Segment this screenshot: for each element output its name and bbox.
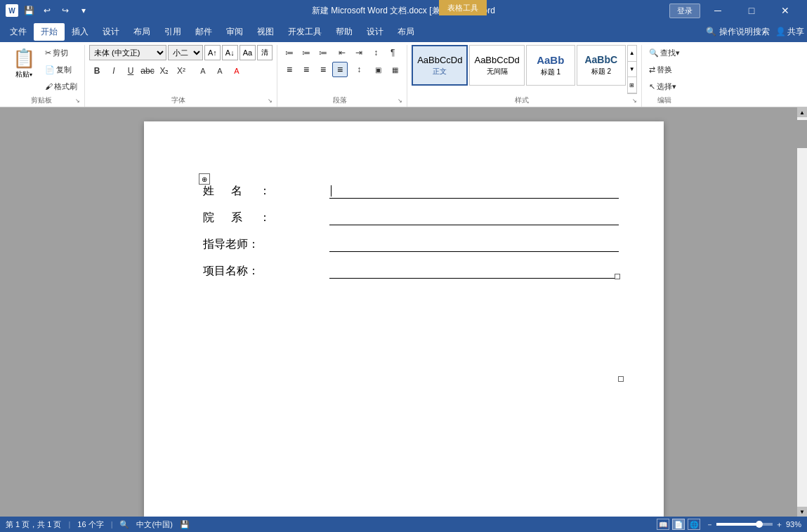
- name-field-line[interactable]: [329, 183, 619, 199]
- styles-scroll-down[interactable]: ▼: [628, 62, 636, 78]
- align-center-button[interactable]: ≡: [298, 62, 314, 77]
- find-button[interactable]: 🔍 查找 ▾: [646, 45, 683, 60]
- scroll-down-button[interactable]: ▼: [797, 507, 807, 517]
- font-increase-button[interactable]: A↑: [204, 45, 221, 60]
- styles-scroll[interactable]: ▲ ▼ ⊞: [627, 45, 637, 94]
- field-value-project[interactable]: [327, 258, 622, 284]
- font-size-select[interactable]: 小二: [168, 45, 203, 60]
- restore-button[interactable]: □: [735, 0, 768, 21]
- menu-design[interactable]: 设计: [96, 23, 126, 41]
- menu-insert[interactable]: 插入: [65, 23, 96, 41]
- field-value-supervisor[interactable]: [327, 231, 622, 258]
- menu-view[interactable]: 视图: [250, 23, 281, 41]
- font-decrease-button[interactable]: A↓: [222, 45, 238, 60]
- font-case-button[interactable]: Aa: [240, 45, 256, 60]
- font-expand-icon[interactable]: ↘: [268, 98, 273, 104]
- share-button[interactable]: 👤 共享: [775, 26, 804, 38]
- dept-field-line[interactable]: [329, 210, 619, 225]
- close-button[interactable]: ✕: [769, 0, 801, 21]
- style-heading1-button[interactable]: AaBb 标题 1: [526, 45, 575, 86]
- clipboard-actions: ✂ 剪切 📄 复制 🖌 格式刷: [42, 45, 80, 94]
- strikethrough-button[interactable]: abc: [140, 63, 155, 79]
- field-value-dept[interactable]: [327, 204, 622, 231]
- menu-file[interactable]: 文件: [3, 23, 34, 41]
- line-spacing-button[interactable]: ↕: [351, 62, 367, 77]
- scroll-thumb[interactable]: [797, 120, 807, 148]
- menu-help[interactable]: 帮助: [329, 23, 360, 41]
- bullets-button[interactable]: ≔: [282, 45, 297, 60]
- vertical-scrollbar[interactable]: ▲ ▼: [797, 107, 807, 517]
- undo-button[interactable]: ↩: [39, 3, 55, 18]
- menu-home[interactable]: 开始: [34, 23, 65, 41]
- replace-button[interactable]: ⇄ 替换: [646, 62, 675, 77]
- highlight-button[interactable]: A: [212, 63, 228, 79]
- align-left-button[interactable]: ≡: [282, 62, 297, 77]
- shading-button[interactable]: ▣: [370, 62, 386, 77]
- scroll-track[interactable]: [797, 148, 807, 507]
- underline-button[interactable]: U: [123, 63, 138, 79]
- justify-button[interactable]: ≡: [332, 62, 348, 77]
- titlebar-right: 登录 ─ □ ✕: [669, 0, 801, 21]
- zoom-in-button[interactable]: ＋: [775, 519, 783, 530]
- multilevel-button[interactable]: ≔: [315, 45, 331, 60]
- style-no-spacing-button[interactable]: AaBbCcDd 无间隔: [469, 45, 524, 86]
- styles-scroll-up[interactable]: ▲: [628, 46, 636, 62]
- menu-table-layout[interactable]: 布局: [391, 23, 421, 41]
- field-value-name[interactable]: [327, 178, 622, 204]
- styles-expand-icon[interactable]: ↘: [632, 98, 637, 104]
- zoom-out-button[interactable]: －: [706, 519, 714, 530]
- numbering-button[interactable]: ≔: [298, 45, 314, 60]
- table-move-handle[interactable]: ⊕: [199, 173, 210, 185]
- text-effect-button[interactable]: A: [195, 63, 211, 79]
- style-heading1-label: 标题 1: [541, 67, 560, 77]
- paragraph-expand-icon[interactable]: ↘: [398, 98, 402, 104]
- menu-developer[interactable]: 开发工具: [281, 23, 329, 41]
- bold-button[interactable]: B: [89, 63, 105, 79]
- style-normal-button[interactable]: AaBbCcDd 正文: [412, 45, 468, 86]
- search-label: 操作说明搜索: [719, 26, 770, 38]
- customize-button[interactable]: ▾: [76, 3, 91, 18]
- format-painter-button[interactable]: 🖌 格式刷: [42, 79, 80, 94]
- font-clear-button[interactable]: 清: [257, 45, 273, 60]
- style-heading2-button[interactable]: AaBbC 标题 2: [577, 45, 626, 86]
- font-color-button[interactable]: A: [229, 63, 244, 79]
- menu-layout[interactable]: 布局: [126, 23, 157, 41]
- save-button[interactable]: 💾: [21, 3, 37, 18]
- zoom-control: － ＋ 93%: [706, 519, 801, 530]
- menu-review[interactable]: 审阅: [219, 23, 250, 41]
- minimize-button[interactable]: ─: [702, 0, 734, 21]
- titlebar-left: W 💾 ↩ ↪ ▾: [6, 3, 91, 18]
- login-button[interactable]: 登录: [669, 4, 700, 18]
- zoom-thumb[interactable]: [756, 521, 763, 528]
- menu-mailings[interactable]: 邮件: [188, 23, 219, 41]
- clipboard-expand-icon[interactable]: ↘: [75, 98, 80, 104]
- decrease-indent-button[interactable]: ⇤: [334, 45, 350, 60]
- copy-button[interactable]: 📄 复制: [42, 62, 80, 77]
- paste-button[interactable]: 📋 粘贴▾: [7, 45, 41, 82]
- read-view-button[interactable]: 📖: [657, 519, 669, 530]
- web-view-button[interactable]: 🌐: [688, 519, 700, 530]
- scroll-up-button[interactable]: ▲: [797, 107, 807, 117]
- styles-scroll-expand[interactable]: ⊞: [628, 77, 636, 93]
- table-resize-handle[interactable]: [618, 376, 624, 382]
- increase-indent-button[interactable]: ⇥: [351, 45, 367, 60]
- cell-handle[interactable]: [615, 274, 620, 279]
- borders-button[interactable]: ▦: [387, 62, 402, 77]
- project-field-line[interactable]: [329, 263, 619, 279]
- italic-button[interactable]: I: [106, 63, 122, 79]
- sort-button[interactable]: ↕: [368, 45, 383, 60]
- menu-references[interactable]: 引用: [157, 23, 188, 41]
- select-button[interactable]: ↖ 选择 ▾: [646, 79, 679, 94]
- document-area[interactable]: ⊕ 姓 名 ： 院 系 ：: [0, 107, 807, 532]
- supervisor-field-line[interactable]: [329, 237, 619, 252]
- subscript-button[interactable]: X₂: [157, 63, 172, 79]
- zoom-slider[interactable]: [716, 523, 773, 526]
- redo-button[interactable]: ↪: [58, 3, 73, 18]
- show-marks-button[interactable]: ¶: [385, 45, 400, 60]
- superscript-button[interactable]: X²: [173, 63, 189, 79]
- print-view-button[interactable]: 📄: [672, 519, 685, 530]
- font-name-select[interactable]: 未体 (中文正): [89, 45, 166, 60]
- cut-button[interactable]: ✂ 剪切: [42, 45, 80, 60]
- menu-table-design[interactable]: 设计: [360, 23, 391, 41]
- align-right-button[interactable]: ≡: [315, 62, 331, 77]
